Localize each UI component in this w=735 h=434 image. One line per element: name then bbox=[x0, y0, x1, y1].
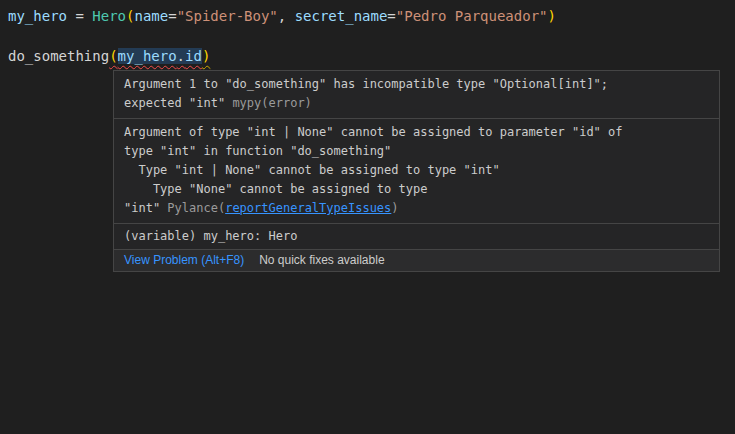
mypy-error-text: expected "int" bbox=[124, 96, 232, 110]
variable-info-text: (variable) my_hero: Hero bbox=[124, 227, 709, 246]
mypy-source-label: mypy(error) bbox=[232, 96, 311, 110]
mypy-error-line-2: expected "int" mypy(error) bbox=[124, 94, 709, 113]
mypy-error-line-1: Argument 1 to "do_something" has incompa… bbox=[124, 75, 709, 94]
token-open-paren: ( bbox=[109, 48, 117, 64]
token-comma: , bbox=[278, 8, 295, 24]
view-problem-link[interactable]: View Problem (Alt+F8) bbox=[124, 253, 244, 268]
error-hover-tooltip: Argument 1 to "do_something" has incompa… bbox=[113, 70, 720, 272]
token-dot: . bbox=[177, 48, 185, 64]
no-quick-fixes-label: No quick fixes available bbox=[259, 253, 384, 268]
token-kwarg-secret-name: secret_name bbox=[295, 8, 388, 24]
token-function-do-something: do_something bbox=[8, 48, 109, 64]
pylance-error-text: "int" bbox=[124, 201, 167, 215]
token-class-hero: Hero bbox=[92, 8, 126, 24]
token-attribute-id: id bbox=[185, 48, 202, 64]
hover-statusbar: View Problem (Alt+F8)No quick fixes avai… bbox=[114, 250, 719, 271]
report-general-type-issues-link[interactable]: reportGeneralTypeIssues bbox=[225, 201, 391, 215]
variable-info-section: (variable) my_hero: Hero bbox=[114, 224, 719, 250]
pylance-error-line-3: Type "int | None" cannot be assigned to … bbox=[124, 161, 709, 180]
token-close-paren: ) bbox=[202, 48, 210, 64]
code-line-1[interactable]: my_hero = Hero(name="Spider-Boy", secret… bbox=[8, 6, 556, 26]
code-line-2[interactable]: do_something(my_hero.id) bbox=[8, 46, 210, 66]
token-equals: = bbox=[168, 8, 176, 24]
pylance-error-line-1: Argument of type "int | None" cannot be … bbox=[124, 123, 709, 142]
token-variable-my-hero: my_hero bbox=[118, 48, 177, 64]
token-close-paren: ) bbox=[548, 8, 556, 24]
token-string-pedro: "Pedro Parqueador" bbox=[396, 8, 548, 24]
pylance-source-close: ) bbox=[391, 201, 398, 215]
token-string-spider-boy: "Spider-Boy" bbox=[177, 8, 278, 24]
mypy-error-section: Argument 1 to "do_something" has incompa… bbox=[114, 71, 719, 119]
token-kwarg-name: name bbox=[134, 8, 168, 24]
pylance-error-line-4: Type "None" cannot be assigned to type bbox=[124, 180, 709, 199]
token-equals: = bbox=[67, 8, 92, 24]
highlighted-expression-my-hero-id[interactable]: my_hero.id bbox=[118, 48, 202, 64]
token-variable-my-hero: my_hero bbox=[8, 8, 67, 24]
pylance-source-open: Pylance( bbox=[167, 201, 225, 215]
pylance-error-line-5: "int" Pylance(reportGeneralTypeIssues) bbox=[124, 199, 709, 218]
pylance-error-line-2: type "int" in function "do_something" bbox=[124, 142, 709, 161]
token-equals: = bbox=[387, 8, 395, 24]
pylance-error-section: Argument of type "int | None" cannot be … bbox=[114, 119, 719, 224]
